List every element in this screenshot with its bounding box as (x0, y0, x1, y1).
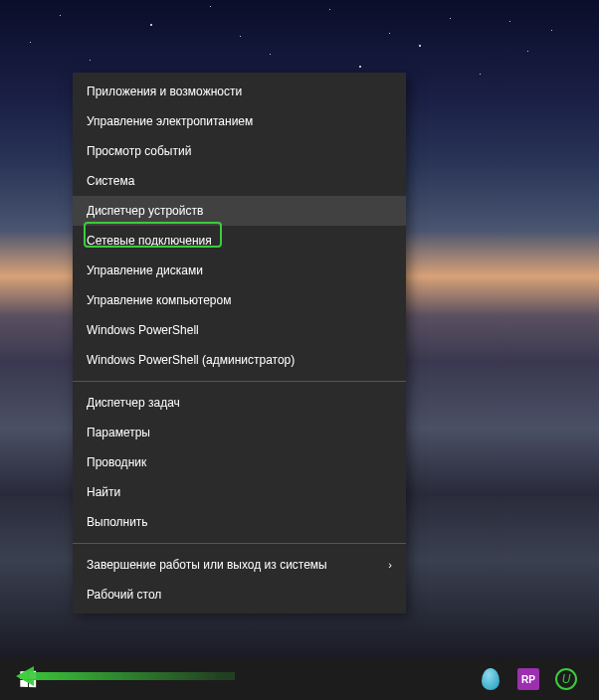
menu-item-run[interactable]: Выполнить (73, 507, 406, 537)
chevron-right-icon: › (388, 559, 392, 571)
menu-item-disk-management[interactable]: Управление дисками (73, 256, 406, 285)
menu-item-label: Windows PowerShell (87, 323, 199, 337)
menu-item-label: Завершение работы или выход из системы (87, 558, 327, 572)
u-circle-icon: U (555, 668, 577, 690)
menu-item-search[interactable]: Найти (73, 477, 406, 507)
menu-item-task-manager[interactable]: Диспетчер задач (73, 388, 406, 418)
system-tray: RP U (478, 658, 579, 700)
egg-icon (482, 668, 499, 690)
menu-item-computer-management[interactable]: Управление компьютером (73, 285, 406, 315)
taskbar: RP U (0, 658, 599, 700)
menu-item-label: Рабочий стол (87, 588, 161, 602)
menu-item-label: Сетевые подключения (87, 234, 212, 248)
menu-item-label: Управление дисками (87, 263, 203, 277)
menu-item-powershell[interactable]: Windows PowerShell (73, 315, 406, 345)
menu-divider (73, 381, 406, 382)
menu-item-event-viewer[interactable]: Просмотр событий (73, 136, 406, 166)
menu-item-apps-features[interactable]: Приложения и возможности (73, 77, 406, 106)
menu-item-label: Диспетчер задач (87, 396, 180, 410)
menu-item-label: Windows PowerShell (администратор) (87, 353, 295, 367)
menu-item-power-options[interactable]: Управление электропитанием (73, 106, 406, 136)
rp-badge-icon: RP (517, 668, 539, 690)
menu-item-system[interactable]: Система (73, 166, 406, 196)
menu-item-network-connections[interactable]: Сетевые подключения (73, 226, 406, 256)
windows-logo-icon (20, 671, 36, 687)
menu-item-label: Приложения и возможности (87, 85, 242, 98)
menu-item-desktop[interactable]: Рабочий стол (73, 580, 406, 610)
menu-item-label: Диспетчер устройств (87, 204, 203, 218)
menu-item-label: Просмотр событий (87, 144, 191, 158)
menu-section-3: Завершение работы или выход из системы ›… (73, 546, 406, 613)
menu-item-label: Параметры (87, 426, 150, 439)
tray-icon-utorrent[interactable]: U (553, 666, 579, 692)
menu-item-label: Управление электропитанием (87, 114, 253, 128)
menu-item-label: Выполнить (87, 515, 148, 529)
menu-item-settings[interactable]: Параметры (73, 418, 406, 447)
menu-item-label: Система (87, 174, 134, 188)
menu-item-powershell-admin[interactable]: Windows PowerShell (администратор) (73, 345, 406, 375)
tray-icon-rp[interactable]: RP (515, 666, 541, 692)
menu-item-label: Управление компьютером (87, 293, 231, 307)
start-button[interactable] (8, 658, 48, 700)
menu-section-2: Диспетчер задач Параметры Проводник Найт… (73, 384, 406, 541)
winx-context-menu: Приложения и возможности Управление элек… (73, 73, 406, 613)
menu-divider (73, 543, 406, 544)
tray-icon-eset[interactable] (478, 666, 503, 692)
menu-item-file-explorer[interactable]: Проводник (73, 447, 406, 477)
menu-item-shutdown-signout[interactable]: Завершение работы или выход из системы › (73, 550, 406, 580)
menu-item-label: Проводник (87, 455, 146, 469)
menu-item-device-manager[interactable]: Диспетчер устройств (73, 196, 406, 226)
menu-item-label: Найти (87, 485, 120, 499)
menu-section-1: Приложения и возможности Управление элек… (73, 73, 406, 379)
